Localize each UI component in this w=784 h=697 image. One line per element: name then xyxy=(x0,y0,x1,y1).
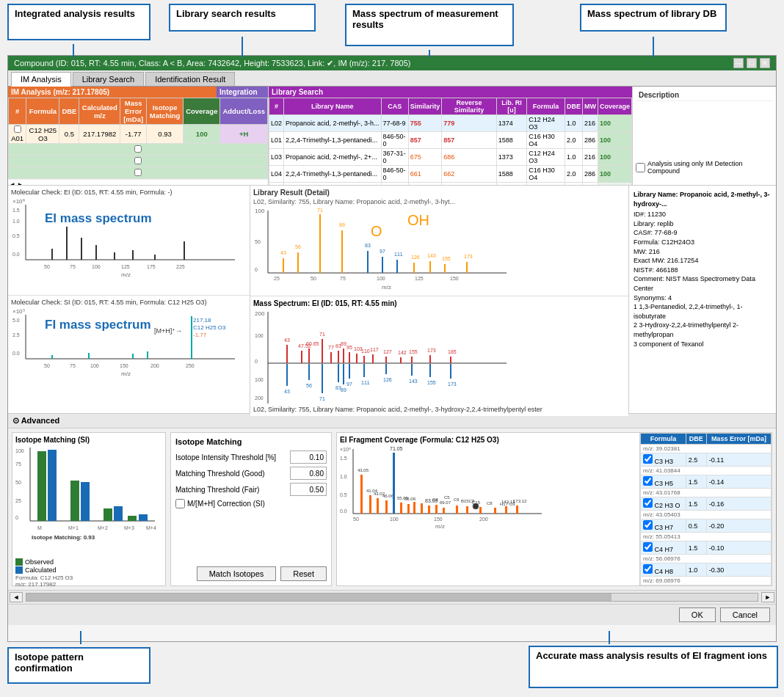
svg-text:OH: OH xyxy=(407,212,429,228)
svg-text:43: 43 xyxy=(284,337,290,343)
mass-spectrum-svg: 200 100 0 100 200 43 47.52 60.65 71 xyxy=(253,308,510,404)
row-checkbox-2[interactable] xyxy=(134,145,142,153)
tab-library-search[interactable]: Library Search xyxy=(73,72,145,86)
table-row-empty2 xyxy=(9,156,268,167)
svg-text:C6: C6 xyxy=(454,497,460,502)
library-search-table-area: Library Search # Library Name CAS Simila… xyxy=(269,87,633,185)
svg-rect-168 xyxy=(114,506,123,521)
svg-text:200: 200 xyxy=(150,363,159,368)
lib-row-l03[interactable]: L03Propanoic acid, 2-methyl-, 2+...367-3… xyxy=(269,149,632,166)
svg-text:0.0: 0.0 xyxy=(340,508,347,514)
svg-rect-166 xyxy=(48,450,57,521)
row-checkbox-4[interactable] xyxy=(134,169,142,176)
frag-mz-row: m/z: 39.02381 xyxy=(641,445,772,453)
cell-formula: C12 H25 O3 xyxy=(26,125,59,144)
svg-rect-121 xyxy=(429,355,431,363)
table-row: A01 C12 H25 O3 0.5 217.17982 -1.77 0.93 … xyxy=(9,125,268,144)
analysis-checkbox[interactable] xyxy=(636,163,645,172)
advanced-toggle[interactable]: ⊙ Advanced xyxy=(12,416,59,425)
fi-spectrum-label: FI mass spectrum xyxy=(45,318,151,332)
fi-spectrum-title: Molecular Check: SI (ID: 015, RT: 4.55 m… xyxy=(11,299,247,306)
isotope-params-panel: Isotope Matching Isotope Intensity Thres… xyxy=(170,432,332,586)
ei-spectrum-label: EI mass spectrum xyxy=(45,211,152,226)
tab-identification-result[interactable]: Identification Result xyxy=(145,72,235,86)
frag-checkbox6[interactable] xyxy=(643,564,653,574)
svg-text:83: 83 xyxy=(365,243,371,248)
frag-mz-row3: m/z: 43.01768 xyxy=(641,489,772,497)
library-result-panel: Library Result (Detail) L02, Similarity:… xyxy=(250,186,628,296)
scrollbar-thumb[interactable] xyxy=(26,594,611,601)
lib-info-syn2: 2 3-Hydroxy-2,2,4-trimethylpentyl 2-meth… xyxy=(634,321,772,339)
svg-rect-16 xyxy=(95,245,97,260)
matching-fair-input[interactable] xyxy=(290,483,327,496)
svg-text:75: 75 xyxy=(70,264,76,269)
scroll-right-button[interactable]: ► xyxy=(761,592,774,602)
im-analysis-table-area: IM Analysis (m/z: 217.17805) Integration… xyxy=(8,87,269,185)
svg-text:100: 100 xyxy=(255,377,264,382)
svg-text:O: O xyxy=(371,223,382,239)
svg-text:0.0: 0.0 xyxy=(12,351,20,356)
lib-row-l05[interactable]: L05Propanoic acid, 2-methyl-, he...349-1… xyxy=(269,183,632,186)
isotope-chart-svg: 100 75 50 25 0 M M+1 M+2 xyxy=(15,444,159,554)
svg-text:225: 225 xyxy=(176,264,185,269)
main-window: Compound (ID: 015, RT: 4.55 min, Class: … xyxy=(7,55,777,642)
frag-checkbox4[interactable] xyxy=(643,520,653,530)
reset-button[interactable]: Reset xyxy=(280,566,327,581)
legend-calculated: Calculated xyxy=(15,566,162,574)
frag-checkbox2[interactable] xyxy=(643,476,653,486)
frag-row-c3h5: C3 H5 1.5-0.14 xyxy=(641,475,772,489)
close-button[interactable]: ✕ xyxy=(760,58,770,68)
svg-rect-197 xyxy=(421,503,423,514)
scrollbar-track[interactable] xyxy=(26,593,758,602)
frag-col-dbe: DBE xyxy=(686,434,706,445)
svg-text:100: 100 xyxy=(255,208,265,214)
ok-button[interactable]: OK xyxy=(679,607,716,622)
lib-info-formula: Formula: C12H24O3 xyxy=(634,238,772,247)
minimize-button[interactable]: — xyxy=(733,58,744,68)
svg-text:2.5: 2.5 xyxy=(12,332,20,337)
svg-rect-39 xyxy=(51,355,53,359)
lib-info-library: Library: replib xyxy=(634,219,772,229)
param-matching-fair: Matching Threshold (Fair) xyxy=(175,483,327,496)
frag-row-c4h8: C4 H8 1.0-0.30 xyxy=(641,563,772,577)
svg-text:143: 143 xyxy=(409,379,418,384)
svg-text:0.5: 0.5 xyxy=(12,233,20,238)
svg-text:56: 56 xyxy=(295,244,301,249)
frag-checkbox3[interactable] xyxy=(643,498,653,508)
description-panel: Description Analysis using only IM Detec… xyxy=(633,87,776,185)
lib-row-l01[interactable]: L012,2,4-Trimethyl-1,3-pentanedi...846-5… xyxy=(269,132,632,149)
svg-rect-141 xyxy=(411,364,413,376)
maximize-button[interactable]: □ xyxy=(747,58,757,68)
scroll-left-button[interactable]: ◄ xyxy=(10,592,23,602)
frag-checkbox5[interactable] xyxy=(643,542,653,552)
row-checkbox[interactable] xyxy=(14,125,21,133)
svg-text:M: M xyxy=(37,525,42,530)
library-info-content: Library Name: Propanoic acid, 2-methyl-,… xyxy=(632,189,773,350)
svg-rect-187 xyxy=(377,498,379,514)
description-label: Description xyxy=(636,90,773,101)
svg-text:100: 100 xyxy=(92,264,101,269)
svg-rect-133 xyxy=(343,364,344,384)
frag-checkbox[interactable] xyxy=(643,454,653,464)
cancel-button[interactable]: Cancel xyxy=(720,607,770,622)
svg-text:117: 117 xyxy=(370,347,379,352)
lib-row-l04[interactable]: L042,2,4-Trimethyl-1,3-pentanedi...846-5… xyxy=(269,166,632,183)
lib-col-cas: CAS xyxy=(381,98,408,115)
intensity-threshold-input[interactable] xyxy=(290,450,327,464)
ei-spectrum-panel: Molecular Check: EI (ID: 015, RT: 4.55 m… xyxy=(8,186,250,296)
cell-adduct: +H xyxy=(220,125,268,144)
lib-row-l02[interactable]: L02Propanoic acid, 2-methyl-, 3-h...77-6… xyxy=(269,115,632,132)
lib-col-dbe: DBE xyxy=(565,98,582,115)
svg-text:185: 185 xyxy=(448,349,457,354)
correction-checkbox[interactable] xyxy=(175,499,185,508)
match-isotopes-button[interactable]: Match Isotopes xyxy=(197,566,277,581)
lib-col-ri: Lib. RI [u] xyxy=(496,98,527,115)
annotation-isotope-label: Isotope pattern confirmation xyxy=(15,652,84,674)
row-checkbox-3[interactable] xyxy=(134,157,142,164)
tab-im-analysis[interactable]: IM Analysis xyxy=(11,72,71,87)
matching-good-input[interactable] xyxy=(290,467,327,480)
svg-text:97: 97 xyxy=(346,382,352,387)
svg-rect-57 xyxy=(297,252,299,273)
svg-text:25: 25 xyxy=(274,276,280,281)
svg-text:M+2: M+2 xyxy=(98,525,108,530)
